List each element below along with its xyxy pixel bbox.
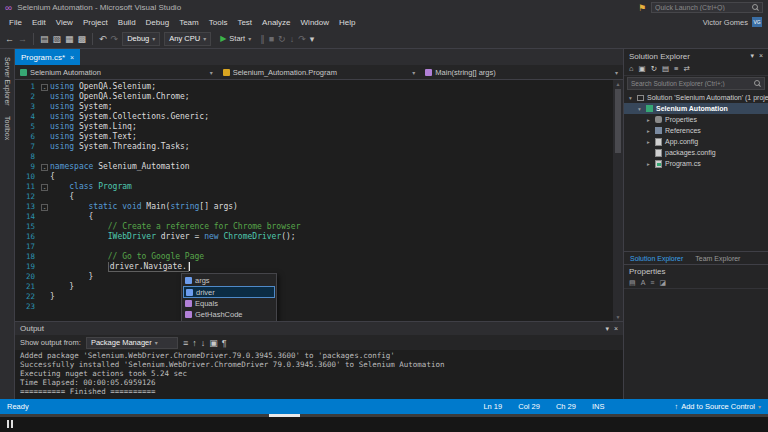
close-icon[interactable]: × [70,54,74,61]
home-icon[interactable]: ⌂ [629,64,634,74]
menu-item-analyze[interactable]: Analyze [257,18,295,27]
window-position-icon[interactable]: ▾ [605,324,609,334]
side-tab-server-explorer[interactable]: Server Explorer [4,57,11,106]
undo-icon[interactable]: ↶ [99,34,107,44]
expander-icon[interactable]: ▾ [627,95,634,101]
code-line[interactable]: 12 { [15,192,623,202]
scroll-up-icon[interactable]: ▲ [616,80,621,88]
intellisense-item[interactable]: GetType [183,320,275,321]
code-line[interactable]: 4using System.Collections.Generic; [15,112,623,122]
code-line[interactable]: 21 } [15,282,623,292]
tree-item[interactable]: ▾Solution 'Selenium Automation' (1 proje… [624,92,768,103]
menu-item-debug[interactable]: Debug [141,18,175,27]
intellisense-item[interactable]: Equals [183,298,275,309]
code-editor[interactable]: 1-using OpenQA.Selenium;2using OpenQA.Se… [15,80,623,321]
code-line[interactable]: 1-using OpenQA.Selenium; [15,82,623,92]
tree-item[interactable]: ▸References [624,125,768,136]
forward-icon[interactable]: → [18,34,27,44]
code-line[interactable]: 5using System.Linq; [15,122,623,132]
code-line[interactable]: 18 // Go to Google Page [15,252,623,262]
configuration-dropdown[interactable]: Debug ▾ [122,32,160,46]
menu-item-file[interactable]: File [4,18,27,27]
tree-item[interactable]: packages.config [624,147,768,158]
code-line[interactable]: 2using OpenQA.Selenium.Chrome; [15,92,623,102]
menu-item-project[interactable]: Project [78,18,113,27]
code-line[interactable]: 13- static void Main(string[] args) [15,202,623,212]
stop-icon[interactable]: ■ [269,34,274,44]
events-icon[interactable]: ◪ [659,278,666,288]
fold-collapse-icon[interactable]: - [41,164,48,171]
panel-tab-solution-explorer[interactable]: Solution Explorer [624,255,689,262]
code-line[interactable]: 9-namespace Selenium_Automation [15,162,623,172]
save-icon[interactable]: ▦ [65,34,74,44]
clear-all-icon[interactable]: ▣ [209,338,218,348]
redo-icon[interactable]: ↷ [111,34,119,44]
fold-collapse-icon[interactable]: - [41,184,48,191]
expander-icon[interactable]: ▸ [645,128,652,134]
categorized-icon[interactable]: ▤ [629,278,636,288]
intellisense-item[interactable]: GetHashCode [183,309,275,320]
menu-item-tools[interactable]: Tools [204,18,233,27]
video-progress-thumb[interactable] [269,414,300,417]
panel-tab-team-explorer[interactable]: Team Explorer [689,255,746,262]
code-line[interactable]: 17 [15,242,623,252]
new-project-icon[interactable]: ▤ [40,34,49,44]
toolbar-overflow-icon[interactable]: ▾ [310,34,315,44]
menu-item-edit[interactable]: Edit [27,18,51,27]
properties-icon[interactable]: ≡ [674,64,678,74]
type-dropdown[interactable]: Selenium_Automation.Program ▾ [218,68,421,77]
messages-icon[interactable]: ≡ [183,338,188,348]
start-debug-button[interactable]: ▶ Start ▾ [215,34,256,43]
expander-icon[interactable]: ▸ [645,139,652,145]
add-to-source-control-button[interactable]: ↑ Add to Source Control ▾ [674,402,761,412]
intellisense-item[interactable]: driver [183,286,275,298]
video-progress-bar[interactable] [0,414,768,417]
project-dropdown[interactable]: Selenium Automation ▾ [15,68,218,77]
code-line[interactable]: 8 [15,152,623,162]
menu-item-team[interactable]: Team [174,18,204,27]
code-line[interactable]: 20 } [15,272,623,282]
menu-item-test[interactable]: Test [232,18,257,27]
code-line[interactable]: 15 // Create a reference for Chrome brow… [15,222,623,232]
break-all-icon[interactable]: ∥ [260,34,265,44]
output-source-dropdown[interactable]: Package Manager ▾ [86,337,178,349]
word-wrap-icon[interactable]: ¶ [222,338,227,348]
platform-dropdown[interactable]: Any CPU ▾ [164,32,211,46]
code-line[interactable]: 7using System.Threading.Tasks; [15,142,623,152]
sync-with-active-document-icon[interactable]: ⇄ [683,64,689,74]
expander-icon[interactable]: ▾ [636,106,643,112]
menu-item-window[interactable]: Window [296,18,334,27]
scrollbar-thumb[interactable] [615,89,621,153]
expander-icon[interactable]: ▸ [645,117,652,123]
quick-launch-input[interactable]: Quick Launch (Ctrl+Q) [651,2,763,13]
code-line[interactable]: 10{ [15,172,623,182]
step-over-icon[interactable]: ↷ [298,34,306,44]
previous-message-icon[interactable]: ↑ [192,338,197,348]
menu-item-view[interactable]: View [51,18,78,27]
code-line[interactable]: 11- class Program [15,182,623,192]
member-dropdown[interactable]: Main(string[] args) ▾ [420,68,623,77]
fold-collapse-icon[interactable]: - [41,204,48,211]
close-icon[interactable]: × [614,324,618,334]
code-line[interactable]: 23 [15,302,623,312]
scroll-down-icon[interactable]: ▼ [616,313,621,321]
user-name[interactable]: Victor Gomes [703,18,748,27]
back-icon[interactable]: ← [5,34,14,44]
collapse-all-icon[interactable]: ▣ [639,64,646,74]
output-lines[interactable]: Added package 'Selenium.WebDriver.Chrome… [15,350,623,399]
intellisense-item[interactable]: args [183,275,275,286]
notifications-flag-icon[interactable]: ⚑ [638,3,646,13]
code-line[interactable]: 19 driver.Navigate. [15,262,623,272]
alphabetical-icon[interactable]: A [641,278,646,288]
code-line[interactable]: 6using System.Text; [15,132,623,142]
save-all-icon[interactable]: ▩ [78,34,87,44]
tab-program-cs[interactable]: Program.cs* × [15,49,80,65]
step-into-icon[interactable]: ↓ [290,34,295,44]
code-line[interactable]: 14 { [15,212,623,222]
solution-search-input[interactable]: Search Solution Explorer (Ctrl+;) [627,77,765,90]
expander-icon[interactable]: ▸ [645,161,652,167]
tree-item[interactable]: ▸Program.cs [624,158,768,169]
code-line[interactable]: 16 IWebDriver driver = new ChromeDriver(… [15,232,623,242]
side-tab-toolbox[interactable]: Toolbox [4,116,11,140]
editor-scrollbar[interactable]: ▲ ▼ [613,80,623,321]
